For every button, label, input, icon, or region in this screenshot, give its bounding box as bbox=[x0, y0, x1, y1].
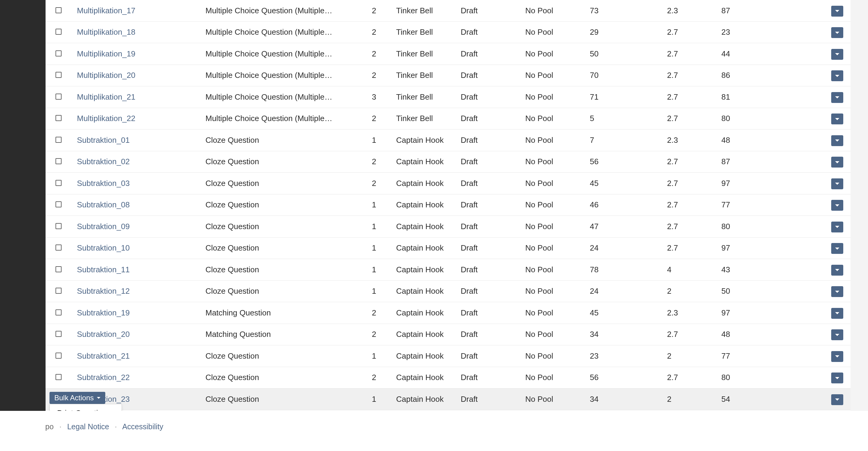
count-cell: 1 bbox=[339, 216, 391, 238]
row-actions-button[interactable] bbox=[831, 114, 843, 124]
row-checkbox[interactable] bbox=[56, 223, 62, 229]
title-cell: Subtraktion_08 bbox=[71, 194, 200, 216]
question-type-cell: Cloze Question bbox=[200, 280, 339, 302]
metric3-cell: 97 bbox=[716, 173, 825, 194]
author-cell: Tinker Bell bbox=[391, 108, 455, 129]
row-actions-button[interactable] bbox=[831, 221, 843, 233]
question-title-link[interactable]: Multiplikation_20 bbox=[77, 71, 135, 80]
count-cell: 1 bbox=[339, 389, 391, 410]
row-actions-button[interactable] bbox=[831, 372, 843, 383]
chevron-down-icon bbox=[835, 398, 839, 400]
metric1-cell: 50 bbox=[584, 43, 662, 65]
title-cell: Multiplikation_21 bbox=[71, 86, 200, 108]
row-checkbox[interactable] bbox=[56, 115, 62, 121]
metric3-cell: 50 bbox=[716, 280, 825, 302]
row-checkbox[interactable] bbox=[56, 244, 62, 250]
row-checkbox[interactable] bbox=[56, 94, 62, 100]
bulk-actions-button[interactable]: Bulk Actions bbox=[50, 392, 105, 404]
pool-cell: No Pool bbox=[520, 173, 584, 194]
chevron-down-icon bbox=[835, 334, 839, 336]
row-checkbox[interactable] bbox=[56, 374, 62, 380]
author-cell: Captain Hook bbox=[391, 216, 455, 238]
row-actions-button[interactable] bbox=[831, 286, 843, 297]
row-actions-button[interactable] bbox=[831, 70, 843, 81]
metric2-cell: 2.7 bbox=[662, 151, 716, 173]
count-cell: 2 bbox=[339, 151, 391, 173]
row-checkbox[interactable] bbox=[56, 266, 62, 272]
question-title-link[interactable]: Subtraktion_08 bbox=[77, 200, 130, 209]
question-title-link[interactable]: Subtraktion_03 bbox=[77, 179, 130, 188]
question-title-link[interactable]: Subtraktion_01 bbox=[77, 136, 130, 145]
author-cell: Tinker Bell bbox=[391, 86, 455, 108]
metric3-cell: 23 bbox=[716, 22, 825, 43]
row-checkbox[interactable] bbox=[56, 72, 62, 78]
question-title-link[interactable]: Subtraktion_10 bbox=[77, 243, 130, 252]
row-checkbox[interactable] bbox=[56, 29, 62, 35]
row-actions-button[interactable] bbox=[831, 351, 843, 362]
left-sidebar bbox=[0, 0, 45, 411]
actions-cell bbox=[825, 302, 850, 324]
metric2-cell: 2.3 bbox=[662, 129, 716, 151]
row-checkbox[interactable] bbox=[56, 180, 62, 186]
table-row: Subtraktion_08Cloze Question1Captain Hoo… bbox=[45, 194, 850, 216]
row-checkbox[interactable] bbox=[56, 288, 62, 294]
row-actions-button[interactable] bbox=[831, 265, 843, 276]
metric3-cell: 77 bbox=[716, 345, 825, 367]
chevron-down-icon bbox=[835, 291, 839, 293]
row-actions-button[interactable] bbox=[831, 329, 843, 340]
pool-cell: No Pool bbox=[520, 65, 584, 86]
row-checkbox[interactable] bbox=[56, 353, 62, 359]
chevron-down-icon bbox=[835, 75, 839, 77]
row-actions-button[interactable] bbox=[831, 394, 843, 405]
row-actions-button[interactable] bbox=[831, 157, 843, 168]
row-actions-button[interactable] bbox=[831, 27, 843, 38]
question-title-link[interactable]: Subtraktion_19 bbox=[77, 308, 130, 317]
row-checkbox[interactable] bbox=[56, 309, 62, 315]
question-title-link[interactable]: Subtraktion_09 bbox=[77, 222, 130, 231]
table-row: Subtraktion_22Cloze Question2Captain Hoo… bbox=[45, 367, 850, 389]
row-checkbox[interactable] bbox=[56, 51, 62, 56]
question-title-link[interactable]: Multiplikation_19 bbox=[77, 49, 135, 58]
row-checkbox[interactable] bbox=[56, 201, 62, 207]
question-type-cell: Matching Question bbox=[200, 324, 339, 345]
row-actions-button[interactable] bbox=[831, 6, 843, 17]
actions-cell bbox=[825, 280, 850, 302]
question-title-link[interactable]: Multiplikation_17 bbox=[77, 6, 135, 15]
pool-cell: No Pool bbox=[520, 108, 584, 129]
checkbox-cell bbox=[45, 0, 71, 22]
row-actions-button[interactable] bbox=[831, 200, 843, 211]
row-actions-button[interactable] bbox=[831, 178, 843, 189]
table-row: Subtraktion_11Cloze Question1Captain Hoo… bbox=[45, 259, 850, 281]
row-checkbox[interactable] bbox=[56, 137, 62, 143]
bulk-actions-wrap: Bulk Actions Print Questions Remove appl… bbox=[50, 392, 105, 404]
metric3-cell: 97 bbox=[716, 237, 825, 259]
row-checkbox[interactable] bbox=[56, 7, 62, 13]
row-actions-button[interactable] bbox=[831, 135, 843, 146]
footer-link-accessibility[interactable]: Accessibility bbox=[122, 422, 163, 431]
actions-cell bbox=[825, 194, 850, 216]
question-title-link[interactable]: Subtraktion_02 bbox=[77, 157, 130, 166]
row-actions-button[interactable] bbox=[831, 49, 843, 60]
row-checkbox[interactable] bbox=[56, 158, 62, 164]
question-title-link[interactable]: Subtraktion_11 bbox=[77, 265, 130, 274]
metric1-cell: 56 bbox=[584, 367, 662, 389]
question-title-link[interactable]: Multiplikation_21 bbox=[77, 92, 135, 101]
chevron-down-icon bbox=[835, 161, 839, 163]
author-cell: Captain Hook bbox=[391, 367, 455, 389]
row-actions-button[interactable] bbox=[831, 243, 843, 254]
metric3-cell: 97 bbox=[716, 302, 825, 324]
question-title-link[interactable]: Multiplikation_18 bbox=[77, 27, 135, 36]
question-title-link[interactable]: Subtraktion_21 bbox=[77, 351, 130, 360]
question-title-link[interactable]: Subtraktion_22 bbox=[77, 373, 130, 382]
question-title-link[interactable]: Subtraktion_20 bbox=[77, 330, 130, 339]
title-cell: Multiplikation_17 bbox=[71, 0, 200, 22]
question-title-link[interactable]: Multiplikation_22 bbox=[77, 114, 135, 123]
row-checkbox[interactable] bbox=[56, 331, 62, 337]
title-cell: Multiplikation_20 bbox=[71, 65, 200, 86]
metric1-cell: 5 bbox=[584, 108, 662, 129]
row-actions-button[interactable] bbox=[831, 92, 843, 103]
footer-link-legal-notice[interactable]: Legal Notice bbox=[67, 422, 109, 431]
pool-cell: No Pool bbox=[520, 43, 584, 65]
row-actions-button[interactable] bbox=[831, 308, 843, 319]
question-title-link[interactable]: Subtraktion_12 bbox=[77, 287, 130, 296]
